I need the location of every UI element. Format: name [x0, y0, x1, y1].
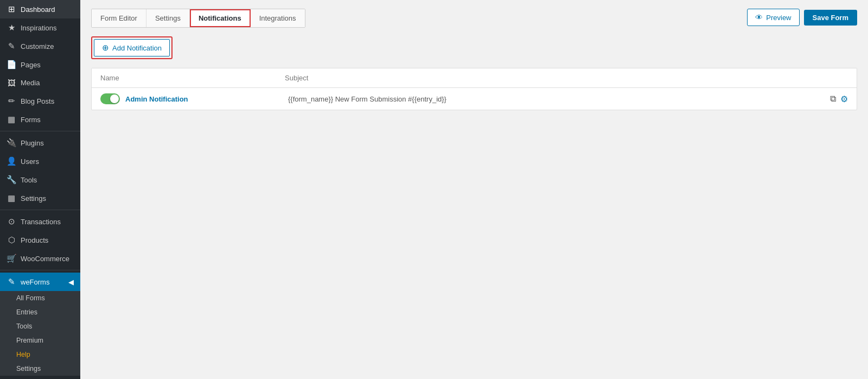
plugins-icon: 🔌 — [7, 138, 16, 148]
sidebar-item-label: Transactions — [21, 218, 61, 226]
sidebar-item-label: Dashboard — [21, 5, 55, 14]
blog-posts-icon: ✏ — [7, 96, 16, 106]
sidebar-item-inspirations[interactable]: ★ Inspirations — [0, 18, 80, 37]
products-icon: ⬡ — [7, 235, 16, 245]
woocommerce-icon: 🛒 — [7, 254, 16, 263]
tools-icon: 🔧 — [7, 175, 16, 185]
sidebar-item-label: Forms — [21, 116, 41, 124]
forms-icon: ▦ — [7, 115, 16, 124]
add-notification-label: Add Notification — [112, 44, 162, 52]
col-name-header: Name — [100, 74, 285, 82]
customize-icon: ✎ — [7, 41, 16, 51]
weforms-submenu: All Forms Entries Tools Premium Help Set… — [0, 291, 80, 376]
sidebar-item-settings[interactable]: ▦ Settings — [0, 189, 80, 207]
tab-integrations[interactable]: Integrations — [251, 9, 305, 27]
preview-label: Preview — [766, 14, 791, 22]
sidebar-item-label: Pages — [21, 61, 41, 69]
table-header: Name Subject — [92, 68, 857, 88]
top-area: Form Editor Settings Notifications Integ… — [91, 9, 857, 28]
settings-gear-icon[interactable]: ⚙ — [840, 94, 848, 104]
sidebar-item-label: Tools — [21, 176, 37, 184]
table-row: Admin Notification {{form_name}} New For… — [92, 88, 857, 110]
col-subject-header: Subject — [285, 74, 848, 82]
main-content: Form Editor Settings Notifications Integ… — [80, 0, 868, 379]
duplicate-icon[interactable]: ⧉ — [830, 94, 836, 104]
dashboard-icon: ⊞ — [7, 4, 16, 14]
sidebar-item-label: Inspirations — [21, 24, 56, 32]
sidebar-item-transactions[interactable]: ⊙ Transactions — [0, 212, 80, 231]
sidebar-item-dashboard[interactable]: ⊞ Dashboard — [0, 0, 80, 18]
submenu-help[interactable]: Help — [0, 348, 80, 362]
sidebar-item-woocommerce[interactable]: 🛒 WooCommerce — [0, 249, 80, 268]
plus-circle-icon: ⊕ — [102, 43, 109, 53]
tab-form-editor[interactable]: Form Editor — [92, 9, 146, 27]
sidebar-separator — [0, 131, 80, 131]
preview-button[interactable]: 👁 Preview — [747, 9, 799, 26]
sidebar-item-label: Users — [21, 157, 39, 166]
transactions-icon: ⊙ — [7, 217, 16, 226]
sidebar-item-label: WooCommerce — [21, 255, 69, 263]
notification-toggle[interactable] — [100, 93, 120, 104]
eye-icon: 👁 — [755, 13, 763, 22]
collapse-icon: ◀ — [68, 278, 74, 286]
toggle-thumb — [110, 94, 119, 103]
sidebar-separator3 — [0, 270, 80, 270]
submenu-premium[interactable]: Premium — [0, 333, 80, 348]
pages-icon: 📄 — [7, 60, 16, 70]
header-actions: 👁 Preview Save Form — [747, 9, 857, 26]
sidebar-item-label: weForms — [21, 278, 49, 286]
sidebar-item-products[interactable]: ⬡ Products — [0, 231, 80, 249]
sidebar-separator2 — [0, 210, 80, 210]
submenu-all-forms[interactable]: All Forms — [0, 291, 80, 305]
sidebar-item-label: Products — [21, 236, 48, 244]
sidebar-item-label: Customize — [21, 42, 54, 50]
sidebar-item-media[interactable]: 🖼 Media — [0, 74, 80, 92]
sidebar-item-tools[interactable]: 🔧 Tools — [0, 170, 80, 189]
sidebar-item-pages[interactable]: 📄 Pages — [0, 55, 80, 74]
tab-settings[interactable]: Settings — [146, 9, 190, 27]
users-icon: 👤 — [7, 156, 16, 166]
sidebar-item-label: Media — [21, 79, 40, 87]
settings-icon: ▦ — [7, 193, 16, 203]
submenu-settings[interactable]: Settings — [0, 362, 80, 376]
weforms-icon: ✎ — [7, 277, 16, 287]
notifications-table: Name Subject Admin Notification {{form_n… — [91, 68, 857, 110]
tabs-container: Form Editor Settings Notifications Integ… — [91, 9, 305, 28]
inspirations-icon: ★ — [7, 23, 16, 33]
sidebar: ⊞ Dashboard ★ Inspirations ✎ Customize 📄… — [0, 0, 80, 379]
sidebar-item-label: Plugins — [21, 139, 44, 147]
add-notification-wrapper: ⊕ Add Notification — [91, 36, 173, 59]
add-notification-button[interactable]: ⊕ Add Notification — [94, 39, 170, 56]
media-icon: 🖼 — [7, 78, 16, 87]
sidebar-item-label: Settings — [21, 194, 46, 203]
row-actions: ⧉ ⚙ — [830, 94, 848, 104]
sidebar-item-blog-posts[interactable]: ✏ Blog Posts — [0, 92, 80, 110]
sidebar-item-forms[interactable]: ▦ Forms — [0, 110, 80, 129]
sidebar-item-label: Blog Posts — [21, 97, 54, 105]
sidebar-item-weforms[interactable]: ✎ weForms ◀ — [0, 273, 80, 291]
sidebar-item-users[interactable]: 👤 Users — [0, 152, 80, 170]
notification-subject: {{form_name}} New Form Submission #{{ent… — [288, 95, 830, 103]
notification-name[interactable]: Admin Notification — [125, 95, 288, 103]
save-form-button[interactable]: Save Form — [804, 10, 857, 26]
submenu-entries[interactable]: Entries — [0, 305, 80, 319]
add-notification-area: ⊕ Add Notification — [91, 36, 857, 59]
toggle-track[interactable] — [100, 93, 120, 104]
tab-notifications[interactable]: Notifications — [190, 9, 251, 27]
sidebar-item-customize[interactable]: ✎ Customize — [0, 37, 80, 55]
sidebar-item-plugins[interactable]: 🔌 Plugins — [0, 134, 80, 152]
submenu-tools[interactable]: Tools — [0, 319, 80, 333]
